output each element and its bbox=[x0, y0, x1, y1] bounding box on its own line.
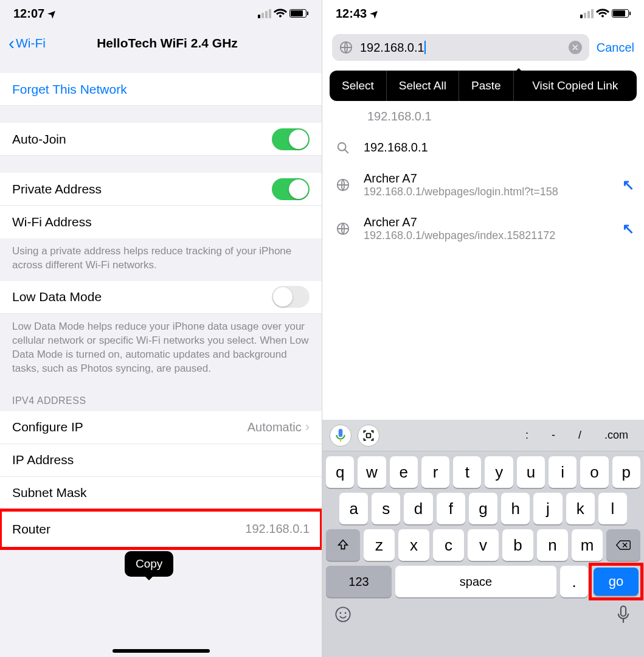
key-k[interactable]: k bbox=[566, 493, 595, 524]
key-l[interactable]: l bbox=[598, 493, 627, 524]
key-p[interactable]: p bbox=[612, 456, 640, 488]
globe-icon bbox=[334, 222, 351, 235]
backspace-key[interactable] bbox=[606, 529, 640, 561]
suggestion-row[interactable]: Archer A7 192.168.0.1/webpages/index.158… bbox=[322, 207, 644, 251]
svg-rect-5 bbox=[339, 429, 343, 437]
configure-ip-row[interactable]: Configure IP Automatic › bbox=[0, 411, 322, 444]
auto-join-toggle[interactable] bbox=[272, 128, 310, 150]
ip-address-row[interactable]: IP Address bbox=[0, 444, 322, 477]
forget-network-row[interactable]: Forget This Network bbox=[0, 73, 322, 106]
insert-arrow-icon[interactable]: ↖ bbox=[622, 176, 634, 193]
scan-icon[interactable] bbox=[358, 425, 379, 447]
router-row[interactable]: Router 192.168.0.1 bbox=[0, 510, 322, 549]
key-o[interactable]: o bbox=[580, 456, 608, 488]
key-e[interactable]: e bbox=[390, 456, 418, 488]
key-u[interactable]: u bbox=[517, 456, 545, 488]
url-input[interactable]: 192.168.0.1 bbox=[360, 41, 561, 55]
browser-screen: 12:43 ➤ 192.168.0.1 ✕ Cancel Select bbox=[322, 0, 644, 657]
key-c[interactable]: c bbox=[433, 529, 464, 561]
key-w[interactable]: w bbox=[358, 456, 386, 488]
key-z[interactable]: z bbox=[364, 529, 395, 561]
url-bar[interactable]: 192.168.0.1 ✕ bbox=[332, 34, 589, 61]
go-key[interactable]: go bbox=[594, 568, 639, 596]
key-r[interactable]: r bbox=[421, 456, 449, 488]
accessory-dash[interactable]: - bbox=[543, 429, 564, 442]
low-data-mode-footer: Low Data Mode helps reduce your iPhone d… bbox=[0, 314, 322, 384]
wifi-icon bbox=[596, 9, 609, 18]
suggestion-row[interactable]: Archer A7 192.168.0.1/webpages/login.htm… bbox=[322, 163, 644, 207]
ctx-paste[interactable]: Paste bbox=[459, 71, 514, 101]
settings-screen: 12:07 ➤ ‹ Wi-Fi HelloTech WiFi 2.4 GHz F… bbox=[0, 0, 322, 657]
accessory-colon[interactable]: : bbox=[517, 429, 537, 442]
globe-icon bbox=[339, 41, 353, 54]
svg-point-9 bbox=[340, 612, 342, 614]
dot-key[interactable]: . bbox=[560, 566, 588, 597]
globe-icon bbox=[334, 178, 351, 192]
context-menu: Select Select All Paste Visit Copied Lin… bbox=[330, 71, 637, 101]
low-data-mode-toggle[interactable] bbox=[272, 286, 310, 308]
ctx-select[interactable]: Select bbox=[330, 71, 387, 101]
svg-point-10 bbox=[345, 612, 347, 614]
key-b[interactable]: b bbox=[502, 529, 533, 561]
location-arrow-icon: ➤ bbox=[45, 7, 59, 21]
wifi-address-row[interactable]: Wi-Fi Address bbox=[0, 206, 322, 238]
battery-icon bbox=[612, 9, 631, 18]
status-bar: 12:43 ➤ bbox=[322, 0, 644, 27]
key-i[interactable]: i bbox=[549, 456, 576, 488]
key-t[interactable]: t bbox=[453, 456, 481, 488]
cancel-button[interactable]: Cancel bbox=[597, 41, 634, 55]
chevron-right-icon: › bbox=[305, 419, 310, 435]
ctx-select-all[interactable]: Select All bbox=[387, 71, 459, 101]
accessory-slash[interactable]: / bbox=[570, 429, 590, 442]
key-s[interactable]: s bbox=[372, 493, 400, 524]
status-time: 12:43 bbox=[336, 7, 367, 21]
status-bar: 12:07 ➤ bbox=[0, 0, 322, 27]
keyboard-bottom-row bbox=[322, 597, 644, 627]
subnet-mask-row[interactable]: Subnet Mask bbox=[0, 477, 322, 510]
key-m[interactable]: m bbox=[572, 529, 603, 561]
key-n[interactable]: n bbox=[537, 529, 568, 561]
ctx-visit-link[interactable]: Visit Copied Link bbox=[514, 71, 637, 101]
private-address-toggle[interactable] bbox=[272, 178, 310, 200]
svg-line-2 bbox=[345, 149, 348, 153]
suggestion-row[interactable]: 192.168.0.1 bbox=[322, 101, 644, 132]
ipv4-header: IPV4 ADDRESS bbox=[0, 384, 322, 411]
emoji-key[interactable] bbox=[331, 602, 355, 627]
key-y[interactable]: y bbox=[485, 456, 513, 488]
key-d[interactable]: d bbox=[404, 493, 432, 524]
clear-url-button[interactable]: ✕ bbox=[569, 41, 582, 54]
svg-rect-11 bbox=[621, 606, 626, 616]
key-g[interactable]: g bbox=[469, 493, 497, 524]
shift-key[interactable] bbox=[326, 529, 360, 561]
home-indicator[interactable] bbox=[113, 649, 210, 653]
accessory-dotcom[interactable]: .com bbox=[596, 429, 637, 442]
key-v[interactable]: v bbox=[468, 529, 499, 561]
key-q[interactable]: q bbox=[326, 456, 354, 488]
keyboard-row-4: 123 space . go bbox=[322, 561, 644, 597]
numbers-key[interactable]: 123 bbox=[326, 566, 392, 597]
voice-search-icon[interactable] bbox=[330, 425, 351, 447]
space-key[interactable]: space bbox=[395, 566, 556, 597]
keyboard: : - / .com q w e r t y u i o p a s d f g… bbox=[322, 420, 644, 657]
keyboard-row-3: z x c v b n m bbox=[322, 524, 644, 561]
status-time: 12:07 bbox=[13, 7, 44, 21]
insert-arrow-icon[interactable]: ↖ bbox=[622, 220, 634, 237]
low-data-mode-row: Low Data Mode bbox=[0, 281, 322, 314]
key-f[interactable]: f bbox=[437, 493, 465, 524]
location-arrow-icon: ➤ bbox=[367, 7, 381, 21]
dictation-key[interactable] bbox=[611, 602, 635, 627]
key-h[interactable]: h bbox=[501, 493, 530, 524]
copy-tooltip[interactable]: Copy bbox=[125, 551, 173, 577]
browser-toolbar: 192.168.0.1 ✕ Cancel bbox=[322, 27, 644, 67]
search-icon bbox=[334, 141, 351, 155]
key-a[interactable]: a bbox=[339, 493, 368, 524]
battery-icon bbox=[289, 9, 309, 18]
keyboard-row-2: a s d f g h j k l bbox=[322, 488, 644, 524]
key-x[interactable]: x bbox=[398, 529, 429, 561]
keyboard-row-1: q w e r t y u i o p bbox=[322, 451, 644, 488]
suggestion-row[interactable]: 192.168.0.1 bbox=[322, 132, 644, 163]
cellular-icon bbox=[580, 9, 594, 18]
suggestion-list: 192.168.0.1 192.168.0.1 Archer A7 192.16… bbox=[322, 101, 644, 251]
key-j[interactable]: j bbox=[533, 493, 562, 524]
page-title: HelloTech WiFi 2.4 GHz bbox=[21, 36, 313, 50]
